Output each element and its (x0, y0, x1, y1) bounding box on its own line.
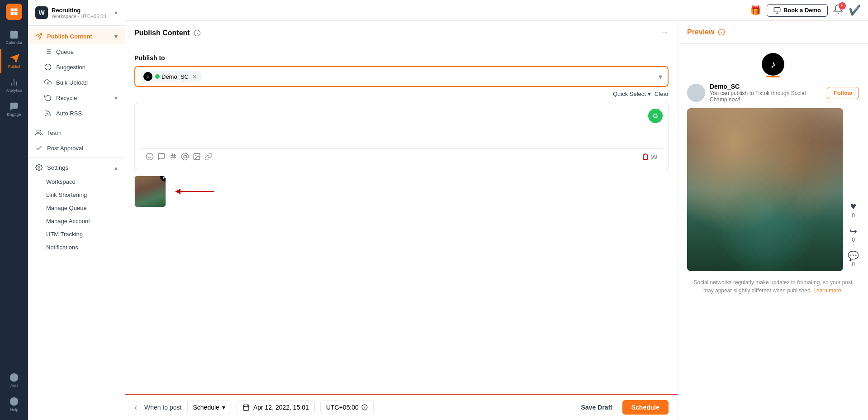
publish-to-select[interactable]: ♪ Demo_SC ✕ ▾ (134, 66, 669, 87)
svg-rect-2 (11, 12, 14, 15)
sidebar-sub-notifications[interactable]: Notifications (28, 241, 125, 254)
share-count: 0 (848, 237, 859, 243)
bulk-upload-icon (44, 79, 52, 86)
info-icon (194, 29, 201, 37)
schedule-select[interactable]: Schedule ▾ (187, 401, 231, 414)
save-draft-button[interactable]: Save Draft (575, 401, 617, 414)
annotation-arrow-icon (173, 187, 218, 196)
emoji-icon[interactable] (146, 153, 154, 161)
preview-body: ♪ Demo_SC You can publish to Tiktok thro… (678, 44, 868, 304)
schedule-button[interactable]: Schedule (622, 400, 669, 415)
nav-engage-label: Engage (7, 112, 21, 117)
workspace-sub: Workspace · UTC+05:00 (52, 14, 111, 19)
share-action[interactable]: ↪ 0 (848, 226, 859, 243)
nav-calendar-label: Calendar (6, 40, 23, 45)
workspace-name: Recruiting (52, 7, 111, 14)
post-approval-icon (35, 144, 43, 152)
sidebar-item-bulk-upload[interactable]: Bulk Upload (28, 75, 125, 90)
nav-publish[interactable]: Publish (0, 49, 28, 73)
sidebar-sub-utm-tracking[interactable]: UTM Tracking (28, 228, 125, 241)
nav-analytics[interactable]: Analytics (0, 73, 28, 97)
follow-button[interactable]: Follow (827, 87, 859, 99)
when-to-post-label: When to post (144, 404, 182, 411)
nav-help-label: Help (10, 407, 19, 412)
suggestion-icon (44, 63, 52, 71)
at-icon[interactable] (181, 153, 189, 161)
settings-icon (35, 164, 43, 171)
nav-add[interactable]: Add (0, 368, 28, 392)
check-icon[interactable]: ✔️ (849, 5, 861, 16)
editor-content[interactable] (140, 109, 663, 145)
nav-publish-label: Publish (8, 64, 22, 69)
quick-select-button[interactable]: Quick Select ▾ (613, 91, 651, 97)
quick-select-label: Quick Select (613, 91, 646, 97)
preview-title: Preview (687, 28, 714, 36)
sidebar-item-post-approval[interactable]: Post Approval (28, 140, 125, 156)
media-thumbnail[interactable]: ✕ (134, 176, 166, 207)
date-value: Apr 12, 2022, 15:01 (253, 404, 309, 411)
hashtag-icon[interactable] (169, 153, 177, 161)
chevron-down-icon: ▾ (114, 33, 118, 40)
quick-select-row: Quick Select ▾ Clear (134, 91, 669, 97)
date-field[interactable]: Apr 12, 2022, 15:01 (237, 401, 315, 414)
sidebar-item-bulk-upload-label: Bulk Upload (56, 79, 88, 86)
sidebar-item-publish-content[interactable]: Publish Content ▾ (28, 29, 125, 44)
text-editor[interactable]: G 99 (134, 103, 669, 170)
preview-image (687, 108, 843, 271)
sidebar-item-recycle[interactable]: Recycle ▾ (28, 90, 125, 105)
svg-point-39 (147, 153, 153, 160)
sidebar-item-team[interactable]: Team (28, 125, 125, 140)
svg-rect-0 (11, 9, 14, 12)
publish-to-label: Publish to (134, 54, 669, 62)
workspace-header[interactable]: W Recruiting Workspace · UTC+05:00 ▾ (28, 0, 125, 26)
nav-add-label: Add (10, 383, 18, 388)
svg-point-46 (184, 155, 186, 158)
collapse-icon[interactable]: ‹ (134, 403, 137, 412)
like-action[interactable]: ♥ 0 (848, 200, 859, 219)
preview-disclaimer: Social networks regularly make updates t… (687, 278, 859, 295)
svg-point-30 (46, 115, 46, 115)
schedule-bar: ‹ When to post Schedule ▾ Apr 12, 2022, … (125, 394, 678, 420)
trash-icon[interactable] (642, 153, 649, 160)
book-demo-button[interactable]: Book a Demo (767, 4, 828, 17)
nav-analytics-label: Analytics (6, 88, 22, 93)
account-chip: ♪ Demo_SC ✕ (141, 71, 202, 82)
sidebar-item-suggestion[interactable]: Suggestion (28, 59, 125, 75)
nav-help[interactable]: Help (0, 392, 28, 416)
app-logo[interactable] (6, 4, 22, 20)
sidebar-item-team-label: Team (47, 129, 62, 136)
remove-account-icon[interactable]: ✕ (192, 73, 197, 80)
sidebar-sub-manage-account-label: Manage Account (46, 218, 90, 224)
clear-button[interactable]: Clear (655, 91, 669, 97)
nav-calendar[interactable]: Calendar (0, 25, 28, 49)
topbar: 🎁 Book a Demo 5 ✔️ (125, 0, 868, 21)
learn-more-link[interactable]: Learn more. (813, 287, 843, 294)
schedule-actions: Save Draft Schedule (575, 400, 669, 415)
content-wrapper: Publish Content → Publish to ♪ Demo_SC ✕ (125, 21, 868, 420)
sidebar-item-settings[interactable]: Settings ▴ (28, 160, 125, 175)
media-section: ✕ (134, 176, 669, 207)
sidebar-item-auto-rss[interactable]: Auto RSS (28, 105, 125, 121)
sidebar-sub-link-shortening[interactable]: Link Shortening (28, 188, 125, 201)
editor-toolbar: 99 (140, 148, 663, 164)
link-icon[interactable] (204, 153, 213, 161)
svg-rect-3 (14, 12, 18, 15)
comment-icon[interactable] (157, 153, 166, 161)
ai-button[interactable]: G (648, 109, 663, 123)
timezone-field[interactable]: UTC+05:00 (320, 401, 374, 414)
svg-point-48 (195, 155, 196, 156)
sidebar-sub-workspace[interactable]: Workspace (28, 175, 125, 188)
account-chip-name: Demo_SC (161, 73, 189, 80)
expand-icon[interactable]: → (660, 28, 669, 38)
preview-side-actions: ♥ 0 ↪ 0 💬 0 (848, 108, 859, 271)
char-count: 99 (642, 153, 657, 160)
notification-button[interactable]: 5 (833, 4, 843, 16)
comment-action[interactable]: 💬 0 (848, 250, 859, 267)
sidebar-sub-manage-account[interactable]: Manage Account (28, 215, 125, 228)
gift-icon[interactable]: 🎁 (750, 5, 761, 16)
nav-engage[interactable]: Engage (0, 97, 28, 121)
sidebar-item-queue[interactable]: Queue (28, 44, 125, 59)
image-icon[interactable] (193, 153, 201, 161)
svg-rect-33 (774, 8, 780, 12)
sidebar-sub-manage-queue[interactable]: Manage Queue (28, 201, 125, 215)
